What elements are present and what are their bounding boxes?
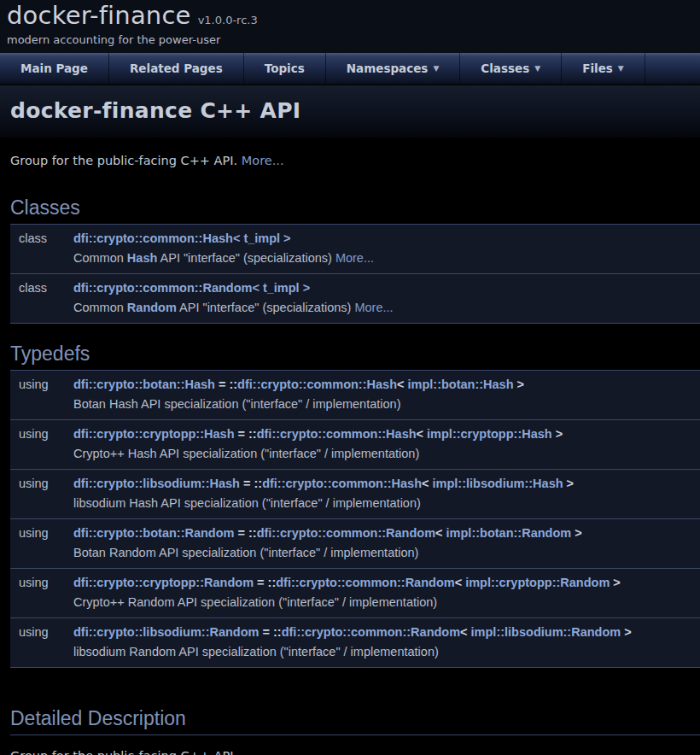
member-keyword: class	[10, 278, 73, 317]
more-link[interactable]: More...	[354, 301, 393, 314]
page-header: docker-finance C++ API	[0, 85, 700, 138]
main-navbar: Main PageRelated PagesTopicsNamespaces▼C…	[0, 53, 700, 85]
more-link[interactable]: More...	[335, 251, 374, 265]
member-keyword: using	[10, 524, 73, 562]
nav-tab[interactable]: Topics	[244, 53, 326, 84]
typedef-name-link[interactable]: dfi::crypto::cryptopp::Random	[73, 576, 254, 589]
nav-tab[interactable]: Files▼	[562, 53, 645, 84]
equals-scope-text: = ::	[234, 526, 256, 540]
typedef-name-link[interactable]: dfi::crypto::cryptopp::Hash	[73, 427, 235, 441]
desc-text: API "interface" (specializations)	[157, 251, 335, 265]
nav-tab-label: Topics	[265, 61, 305, 75]
nav-tab-label: Classes	[481, 61, 529, 75]
class-desc-link[interactable]: Random	[127, 301, 177, 314]
member-keyword: using	[10, 474, 73, 512]
template-open-text: <	[435, 526, 446, 540]
typedefs-heading: Typedefs	[10, 342, 700, 371]
nav-tab[interactable]: Classes▼	[460, 53, 562, 84]
desc-text: Common	[73, 301, 127, 314]
typedef-row: usingdfi::crypto::libsodium::Hash = ::df…	[10, 470, 700, 519]
equals-scope-text: = ::	[235, 427, 257, 441]
template-open-text: <	[460, 625, 471, 639]
project-title-line: docker-financev1.0.0-rc.3	[7, 2, 693, 30]
desc-text: Common	[73, 251, 127, 265]
member-declaration: dfi::crypto::cryptopp::Hash = ::dfi::cry…	[73, 424, 700, 443]
equals-scope-text: = ::	[215, 378, 237, 391]
project-name: docker-finance	[7, 1, 191, 30]
member-description: Common Random API "interface" (specializ…	[73, 297, 700, 317]
typedef-impl-link[interactable]: impl::botan::Random	[446, 526, 572, 540]
template-open-text: <	[422, 477, 433, 490]
typedef-impl-link[interactable]: impl::cryptopp::Random	[465, 576, 610, 589]
template-close-text: >	[610, 576, 621, 589]
template-open-text: <	[417, 427, 428, 441]
equals-scope-text: = ::	[254, 576, 276, 589]
typedef-target-link[interactable]: dfi::crypto::common::Random	[276, 576, 454, 589]
member-keyword: class	[10, 229, 73, 267]
typedef-impl-link[interactable]: impl::botan::Hash	[408, 378, 514, 391]
typedef-name-link[interactable]: dfi::crypto::libsodium::Random	[73, 625, 259, 639]
typedef-row: usingdfi::crypto::botan::Hash = ::dfi::c…	[10, 371, 700, 420]
template-open-text: <	[455, 576, 466, 589]
project-brief: modern accounting for the power-user	[7, 33, 693, 46]
member-cell: dfi::crypto::libsodium::Random = ::dfi::…	[73, 623, 700, 661]
member-description: Crypto++ Random API specialization ("int…	[73, 592, 700, 612]
nav-tab[interactable]: Related Pages	[109, 53, 244, 84]
template-close-text: >	[571, 526, 582, 540]
class-row: classdfi::crypto::common::Random< t_impl…	[10, 274, 700, 324]
class-row: classdfi::crypto::common::Hash< t_impl >…	[10, 225, 700, 274]
typedef-target-link[interactable]: dfi::crypto::common::Hash	[237, 378, 397, 391]
intro-paragraph: Group for the public-facing C++ API. Mor…	[10, 154, 700, 167]
typedef-row: usingdfi::crypto::libsodium::Random = ::…	[10, 618, 700, 668]
member-declaration: dfi::crypto::libsodium::Hash = ::dfi::cr…	[73, 474, 700, 493]
contents: Group for the public-facing C++ API. Mor…	[10, 154, 700, 755]
typedef-target-link[interactable]: dfi::crypto::common::Hash	[257, 427, 417, 441]
member-description: Common Hash API "interface" (specializat…	[73, 248, 700, 267]
member-declaration: dfi::crypto::botan::Hash = ::dfi::crypto…	[73, 375, 700, 394]
typedef-name-link[interactable]: dfi::crypto::libsodium::Hash	[73, 477, 240, 490]
nav-tab[interactable]: Namespaces▼	[326, 53, 461, 84]
page-title: docker-finance C++ API	[10, 98, 690, 123]
classes-table: classdfi::crypto::common::Hash< t_impl >…	[10, 225, 700, 324]
member-cell: dfi::crypto::common::Hash< t_impl >Commo…	[73, 229, 700, 267]
typedef-row: usingdfi::crypto::cryptopp::Random = ::d…	[10, 569, 700, 618]
typedef-name-link[interactable]: dfi::crypto::botan::Random	[73, 526, 234, 540]
class-desc-link[interactable]: Hash	[127, 251, 157, 265]
chevron-down-icon: ▼	[534, 64, 540, 73]
member-keyword: using	[10, 375, 73, 413]
member-cell: dfi::crypto::cryptopp::Hash = ::dfi::cry…	[73, 424, 700, 463]
member-keyword: using	[10, 623, 73, 661]
typedef-impl-link[interactable]: impl::libsodium::Random	[471, 625, 621, 639]
classes-heading: Classes	[10, 196, 700, 225]
member-description: libsodium Hash API specialization ("inte…	[73, 493, 700, 512]
chevron-down-icon: ▼	[618, 64, 624, 73]
member-description: libsodium Random API specialization ("in…	[73, 641, 700, 661]
member-cell: dfi::crypto::cryptopp::Random = ::dfi::c…	[73, 573, 700, 612]
chevron-down-icon: ▼	[433, 64, 439, 73]
typedef-row: usingdfi::crypto::cryptopp::Hash = ::dfi…	[10, 420, 700, 470]
nav-tab-label: Related Pages	[130, 61, 223, 75]
nav-tab[interactable]: Main Page	[0, 53, 109, 84]
template-close-text: >	[514, 378, 525, 391]
nav-tab-label: Namespaces	[347, 61, 429, 75]
equals-scope-text: = ::	[240, 477, 262, 490]
member-cell: dfi::crypto::botan::Random = ::dfi::cryp…	[73, 524, 700, 562]
class-link[interactable]: dfi::crypto::common::Random< t_impl >	[73, 281, 310, 295]
member-keyword: using	[10, 424, 73, 463]
typedef-target-link[interactable]: dfi::crypto::common::Hash	[262, 477, 422, 490]
typedef-impl-link[interactable]: impl::libsodium::Hash	[433, 477, 563, 490]
member-declaration: dfi::crypto::botan::Random = ::dfi::cryp…	[73, 524, 700, 542]
member-declaration: dfi::crypto::libsodium::Random = ::dfi::…	[73, 623, 700, 641]
template-close-text: >	[563, 477, 575, 490]
typedef-target-link[interactable]: dfi::crypto::common::Random	[257, 526, 435, 540]
typedef-target-link[interactable]: dfi::crypto::common::Random	[282, 625, 460, 639]
detailed-description-heading: Detailed Description	[10, 707, 700, 735]
typedef-row: usingdfi::crypto::botan::Random = ::dfi:…	[10, 519, 700, 569]
more-link[interactable]: More...	[242, 154, 284, 167]
typedef-name-link[interactable]: dfi::crypto::botan::Hash	[73, 378, 215, 391]
member-cell: dfi::crypto::botan::Hash = ::dfi::crypto…	[73, 375, 700, 413]
class-link[interactable]: dfi::crypto::common::Hash< t_impl >	[73, 231, 291, 245]
project-version: v1.0.0-rc.3	[198, 14, 258, 26]
member-declaration: dfi::crypto::common::Hash< t_impl >	[73, 229, 700, 248]
typedef-impl-link[interactable]: impl::cryptopp::Hash	[427, 427, 552, 441]
